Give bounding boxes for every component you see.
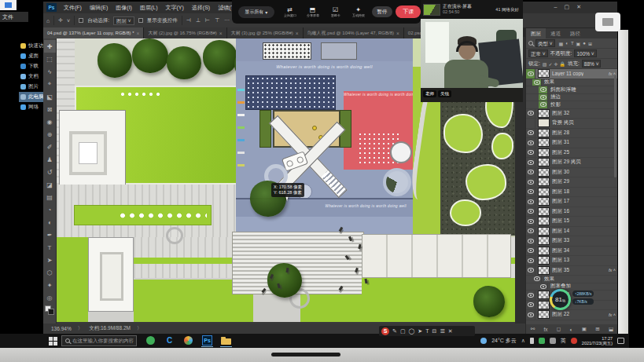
eye-icon[interactable] [528,189,534,194]
app-blue-c[interactable]: C [164,335,175,347]
rect-annotate-icon[interactable]: ▢ [400,328,406,334]
link-layers-icon[interactable]: ⚯ [531,326,535,332]
layer-name[interactable]: 图层 17 [552,198,569,205]
layers-scrollbar[interactable] [614,75,616,177]
layer-thumbnail[interactable] [538,207,550,216]
shape-tool[interactable]: ⬡ [44,266,56,279]
layer-name[interactable]: 图层 28 [552,130,569,137]
explorer-item[interactable]: 快速访问 [19,41,43,51]
menu-item[interactable]: 文字(Y) [161,2,187,13]
layer-row[interactable]: 图层 32 [526,109,617,119]
fill-dropdown[interactable]: 88% ˅ [582,60,602,68]
layer-row[interactable]: 斜面和浮雕 [526,86,617,94]
crop-tool[interactable]: ⬕ [44,90,56,103]
visibility-cell[interactable] [526,158,535,167]
security-icon[interactable] [539,338,545,344]
panel-tab[interactable]: 通道 [546,28,565,38]
align-left-icon[interactable]: ⊣ [186,17,191,24]
layer-row[interactable]: 图层 29 [526,177,617,188]
eye-icon[interactable] [540,95,546,100]
layer-thumbnail[interactable] [538,247,550,255]
layer-thumbnail[interactable] [538,197,550,206]
layer-name[interactable]: 图层 18 [552,188,569,196]
layer-row[interactable]: 图层 16 [526,207,617,218]
eye-icon[interactable] [528,141,534,145]
panel-tab[interactable]: 路径 [565,28,585,38]
visibility-cell[interactable] [526,148,535,158]
distribute-icon[interactable]: ⊤ [215,17,219,24]
layer-name[interactable]: 图层 32 [552,110,569,117]
document-tab[interactable]: 大树 (2).jpg @ 16.75% (RGB/8#)× [144,27,226,38]
path-select-tool[interactable]: ➤ [44,254,56,266]
menu-item[interactable]: 文件(F) [60,2,86,13]
visibility-cell[interactable] [526,217,535,226]
layer-thumbnail[interactable] [538,148,550,157]
layer-row[interactable]: 图层 25 [526,148,617,159]
adjustment-layer-icon[interactable]: ◐ [570,327,573,332]
visibility-cell[interactable] [526,129,535,138]
eye-icon[interactable] [528,302,534,307]
ime-indicator[interactable]: 英 [561,337,566,345]
home-icon[interactable]: ⌂ [46,18,50,24]
show-transform-checkbox[interactable] [138,18,143,23]
eye-icon[interactable] [540,102,546,107]
tray-expand-icon[interactable]: ∧ [521,338,525,344]
layer-thumbnail[interactable] [538,69,550,78]
layer-row[interactable]: 图层 17 [526,197,617,207]
healing-brush-tool[interactable]: ⊕ [44,128,56,141]
layer-row[interactable]: 图层 18 [526,188,617,198]
layer-thumbnail[interactable] [538,217,550,225]
eye-icon[interactable] [540,87,546,92]
eye-icon[interactable] [528,258,534,263]
layer-thumbnail[interactable] [538,227,550,236]
eye-icon[interactable] [528,199,534,204]
pause-button[interactable]: 暂停 [372,6,393,17]
frame-tool[interactable]: ⊠ [44,103,56,115]
layer-thumbnail[interactable] [538,256,550,265]
marquee-tool[interactable]: ⬚ [44,53,56,65]
delete-layer-icon[interactable]: ⬓ [609,326,613,332]
layer-group-icon[interactable]: ▣ [582,326,587,332]
visibility-cell[interactable] [526,69,535,79]
layer-thumbnail[interactable] [538,138,550,147]
layer-name[interactable]: 图层 14 [552,228,569,235]
explorer-item[interactable]: 图片 [19,82,43,92]
eye-icon[interactable] [528,209,534,214]
layer-name[interactable]: 背景 拷贝 [552,119,574,126]
visibility-cell[interactable] [526,301,535,310]
layer-row[interactable]: 图层 34 [526,247,617,257]
move-tool-icon[interactable]: ✛ [58,17,63,24]
quiz-card-button[interactable]: ☑答题卡 [327,6,344,17]
effects-button[interactable]: ✦互动特效 [350,6,367,17]
eye-icon[interactable] [528,160,534,165]
history-brush-tool[interactable]: ↺ [44,166,56,178]
layer-row[interactable]: 图层 15 [526,217,617,227]
performance-widget[interactable]: 81% ↑288KB/s ↓7KB/s [550,289,594,310]
pen-annotate-icon[interactable]: ✎ [392,328,397,334]
align-right-icon[interactable]: ⊢ [205,17,210,24]
layer-thumbnail[interactable] [538,109,550,118]
layer-name[interactable]: 描边 [550,93,561,101]
filter-type-dropdown[interactable]: 类型 ˅ [535,39,555,47]
layer-name[interactable]: 图层 13 [552,257,569,264]
close-icon[interactable]: × [219,31,223,36]
close-icon[interactable]: × [137,31,140,36]
layer-name[interactable]: 图层 29 拷贝 [552,159,581,166]
eye-icon[interactable] [528,130,534,135]
layer-thumbnail[interactable] [538,168,550,177]
visibility-cell[interactable] [526,207,535,217]
visibility-cell[interactable] [539,86,548,93]
weather-text[interactable]: 24°C 多云 [491,337,517,345]
explorer-item[interactable]: 文档 [19,71,43,82]
picture-in-picture-icon[interactable] [595,13,620,31]
eyedropper-tool[interactable]: ◉ [44,115,56,128]
filter-type-icon[interactable]: T [571,41,574,46]
layer-row[interactable]: 图层 31 [526,138,617,148]
clone-stamp-tool[interactable]: ♟ [44,153,56,166]
layer-name[interactable]: 图层 30 [552,169,569,176]
visibility-cell[interactable] [539,283,548,291]
lasso-tool[interactable]: ϟ [44,65,56,78]
layer-thumbnail[interactable] [538,177,550,186]
layer-name[interactable]: Layer 11 copy [552,71,583,76]
text-annotate-icon[interactable]: T [425,328,429,334]
